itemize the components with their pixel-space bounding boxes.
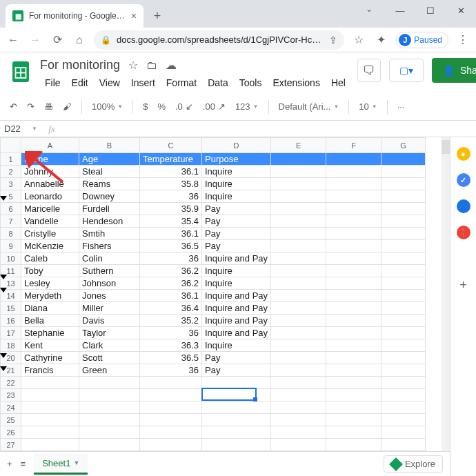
cell-D16[interactable]: Inquire and Pay (202, 315, 271, 327)
cell-C24[interactable] (140, 401, 202, 414)
column-header-F[interactable]: F (326, 138, 381, 153)
cell-F18[interactable] (326, 339, 381, 352)
fx-icon[interactable]: fx (41, 123, 62, 135)
cell-D7[interactable]: Pay (202, 215, 271, 228)
cell-D26[interactable] (202, 426, 271, 439)
cell-A27[interactable] (21, 439, 79, 451)
present-button[interactable]: ▢▾ (389, 59, 424, 82)
cell-B18[interactable]: Clark (79, 339, 140, 352)
cell-C3[interactable]: 35.8 (140, 178, 202, 190)
toolbar-overflow-icon[interactable]: ··· (397, 101, 405, 112)
cell-C10[interactable]: 36 (140, 252, 202, 265)
row-header-26[interactable]: 26 (1, 426, 21, 439)
cell-A26[interactable] (21, 426, 79, 439)
cell-G16[interactable] (381, 315, 426, 327)
cell-B8[interactable]: Smtih (79, 228, 140, 240)
cell-B6[interactable]: Furdell (79, 203, 140, 215)
cell-B11[interactable]: Suthern (79, 265, 140, 277)
row-header-24[interactable]: 24 (1, 401, 21, 414)
cell-E26[interactable] (271, 426, 326, 439)
cell-E8[interactable] (271, 228, 326, 240)
format-123-dropdown[interactable]: 123▼ (235, 101, 259, 112)
cell-A5[interactable]: Leonardo (21, 190, 79, 203)
row-header-15[interactable]: 15 (1, 302, 21, 315)
cell-C13[interactable]: 36.2 (140, 277, 202, 290)
cell-E2[interactable] (271, 166, 326, 178)
comments-icon[interactable]: 🗨 (357, 59, 381, 82)
cell-A17[interactable]: Stephanie (21, 327, 79, 339)
cell-G25[interactable] (381, 414, 426, 426)
cell-B9[interactable]: Fishers (79, 240, 140, 252)
cell-F25[interactable] (326, 414, 381, 426)
cell-G6[interactable] (381, 203, 426, 215)
cell-E20[interactable] (271, 352, 326, 364)
cell-D25[interactable] (202, 414, 271, 426)
cell-A8[interactable]: Cristylle (21, 228, 79, 240)
column-header-E[interactable]: E (271, 138, 326, 153)
cell-G26[interactable] (381, 426, 426, 439)
cell-B5[interactable]: Downey (79, 190, 140, 203)
add-on-plus-icon[interactable]: + (459, 278, 467, 292)
cell-E13[interactable] (271, 277, 326, 290)
maps-icon[interactable]: 📍 (457, 226, 470, 239)
cell-B2[interactable]: Steal (79, 166, 140, 178)
cell-A15[interactable]: Diana (21, 302, 79, 315)
cell-D3[interactable]: Inquire (202, 178, 271, 190)
cell-D22[interactable] (202, 377, 271, 389)
cell-B20[interactable]: Scott (79, 352, 140, 364)
cell-B1[interactable]: Age (79, 153, 140, 166)
bookmark-star-icon[interactable]: ☆ (351, 33, 366, 46)
row-header-27[interactable]: 27 (1, 439, 21, 451)
cell-B17[interactable]: Taylor (79, 327, 140, 339)
cell-C27[interactable] (140, 439, 202, 451)
cell-C15[interactable]: 36.4 (140, 302, 202, 315)
cell-C22[interactable] (140, 377, 202, 389)
select-all-corner[interactable] (1, 138, 21, 153)
menu-insert[interactable]: Insert (126, 75, 160, 90)
cell-E1[interactable] (271, 153, 326, 166)
maximize-icon[interactable]: ☐ (415, 6, 446, 16)
tab-list-chevron-icon[interactable]: ⌄ (366, 4, 373, 14)
row-header-7[interactable]: 7 (1, 215, 21, 228)
cell-C1[interactable]: Temperature (140, 153, 202, 166)
cell-E7[interactable] (271, 215, 326, 228)
cell-E9[interactable] (271, 240, 326, 252)
sheet-tab-sheet1[interactable]: Sheet1 ▼ (34, 454, 88, 475)
cell-B23[interactable] (79, 389, 140, 401)
cell-F3[interactable] (326, 178, 381, 190)
cell-B25[interactable] (79, 414, 140, 426)
decrease-decimals-icon[interactable]: .0↙ (175, 101, 193, 112)
cell-F2[interactable] (326, 166, 381, 178)
keep-icon[interactable]: ● (457, 147, 470, 161)
cell-E18[interactable] (271, 339, 326, 352)
column-header-C[interactable]: C (140, 138, 202, 153)
menu-tools[interactable]: Tools (235, 75, 267, 90)
cell-A6[interactable]: Maricelle (21, 203, 79, 215)
font-dropdown[interactable]: Default (Ari...▼ (279, 101, 339, 112)
share-button[interactable]: 👤 Share (432, 58, 476, 83)
cell-D18[interactable]: Inquire (202, 339, 271, 352)
cell-G11[interactable] (381, 265, 426, 277)
cell-E15[interactable] (271, 302, 326, 315)
row-header-5[interactable]: 5 (1, 190, 21, 203)
cell-G7[interactable] (381, 215, 426, 228)
back-icon[interactable]: ← (6, 34, 21, 46)
cell-D10[interactable]: Inquire and Pay (202, 252, 271, 265)
cell-B3[interactable]: Reams (79, 178, 140, 190)
cell-A10[interactable]: Caleb (21, 252, 79, 265)
cell-G8[interactable] (381, 228, 426, 240)
column-header-A[interactable]: A (21, 138, 79, 153)
cell-G22[interactable] (381, 377, 426, 389)
cell-D23[interactable] (202, 389, 271, 401)
cell-F5[interactable] (326, 190, 381, 203)
menu-edit[interactable]: Edit (67, 75, 93, 90)
column-header-B[interactable]: B (79, 138, 140, 153)
zoom-dropdown[interactable]: 100%▼ (92, 101, 123, 112)
row-header-21[interactable]: 21 (1, 364, 21, 377)
cell-D2[interactable]: Inquire (202, 166, 271, 178)
row-header-9[interactable]: 9 (1, 240, 21, 252)
move-icon[interactable]: 🗀 (146, 59, 157, 72)
cell-F10[interactable] (326, 252, 381, 265)
cell-D6[interactable]: Pay (202, 203, 271, 215)
browser-tab[interactable]: ▦ For monitoring - Google Sheets × (6, 4, 143, 28)
